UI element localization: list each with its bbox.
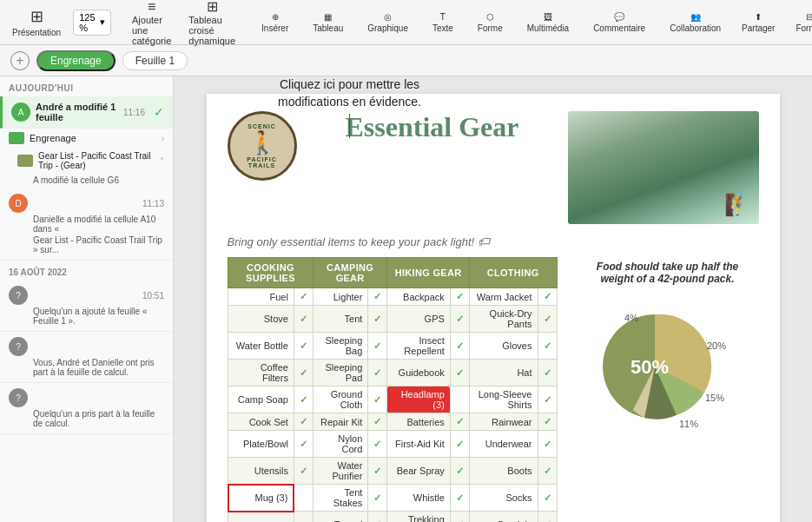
item-cell: Sandals	[469, 512, 538, 523]
tableau-button[interactable]: ▦ Tableau	[307, 9, 348, 36]
item-cell: Warm Jacket	[469, 288, 538, 306]
cell-change-label: A modifié la cellule G6	[0, 174, 173, 188]
table-row: Mug (3)Tent Stakes✓Whistle✓Socks✓	[228, 485, 558, 512]
multimedia-button[interactable]: 🖼 Multimédia	[522, 9, 574, 36]
sheet-icon	[9, 132, 24, 144]
item-cell: Quick-Dry Pants	[469, 306, 538, 333]
add-categorie-button[interactable]: ≡ Ajouter une catégorie	[125, 0, 178, 50]
table-row: Plate/Bowl✓Nylon Cord✓First-Aid Kit✓Unde…	[228, 431, 558, 458]
check-cell: ✓	[538, 306, 557, 333]
check-cell: ✓	[450, 413, 469, 431]
item-cell: Batteries	[387, 413, 450, 431]
item-cell: Stove	[228, 306, 294, 333]
add-categorie-label: Ajouter une catégorie	[132, 15, 171, 46]
main-layout: AUJOURD'HUI A André a modifié 1 feuille …	[0, 76, 812, 522]
item-cell: Socks	[469, 485, 538, 512]
activity-header-2: D 11:13	[9, 194, 164, 213]
date-label-old: 16 AOÛT 2022	[0, 261, 173, 281]
check-cell: ✓	[538, 512, 557, 523]
col-clothing: CLOTHING	[469, 258, 557, 288]
table-row: Utensils✓Water Purifier✓Bear Spray✓Boots…	[228, 458, 558, 485]
check-cell: ✓	[368, 360, 387, 387]
item-cell: Hat	[469, 360, 538, 387]
item-cell: Cook Set	[228, 413, 294, 431]
toolbar-right: 👥 Collaboration ⬆ Partager ⊟ Format ◎ Or…	[664, 9, 812, 36]
commentaire-button[interactable]: 💬 Commentaire	[588, 9, 650, 36]
pie-chart: 50% 20% 15% 11% 4%	[577, 297, 733, 436]
check-cell: ✓	[368, 485, 387, 512]
item-cell: Nylon Cord	[313, 431, 367, 458]
sidebar: AUJOURD'HUI A André a modifié 1 feuille …	[0, 76, 174, 522]
food-note: Food should take up half the weight of a…	[577, 257, 759, 288]
item-cell: Gloves	[469, 333, 538, 360]
activity-desc-4: Vous, André et Danielle ont pris part à …	[33, 358, 164, 377]
item-cell: Sleeping Pad	[313, 360, 367, 387]
sheet-tab-feuille1[interactable]: Feuille 1	[122, 51, 188, 70]
presentation-icon: ⊞	[30, 7, 43, 26]
activity-desc-5: Quelqu'un a pris part à la feuille de ca…	[33, 409, 164, 428]
check-cell: ✓	[538, 360, 557, 387]
check-cell: ✓	[368, 431, 387, 458]
check-cell	[450, 387, 469, 413]
item-cell: Ground Cloth	[313, 387, 367, 413]
check-cell: ✓	[368, 333, 387, 360]
add-sheet-button[interactable]: +	[10, 51, 30, 70]
check-cell: ✓	[368, 458, 387, 485]
avatar-andre: A	[11, 102, 30, 122]
pie-label-11: 11%	[679, 419, 698, 429]
inserer-button[interactable]: ⊕ Insérer	[256, 9, 294, 36]
sidebar-sheet-engrenage[interactable]: Engrenage ›	[0, 129, 173, 148]
check-cell: ✓	[538, 485, 557, 512]
forme-button[interactable]: ⬡ Forme	[472, 9, 508, 36]
graphique-button[interactable]: ◎ Graphique	[362, 9, 413, 36]
table-row: Camp Soap✓Ground Cloth✓Headlamp (3)Long-…	[228, 387, 558, 413]
activity-item-1[interactable]: A André a modifié 1 feuille 11:16 ✓	[0, 96, 173, 129]
check-cell: ✓	[368, 288, 387, 306]
partager-button[interactable]: ⬆ Partager	[736, 9, 780, 36]
sheet-tab-engrenage[interactable]: Engrenage	[36, 50, 116, 71]
texte-icon: T	[440, 12, 446, 22]
activity-time-3: 10:51	[142, 291, 164, 301]
collaboration-button[interactable]: 👥 Collaboration	[664, 9, 726, 36]
presentation-button[interactable]: ⊞ Présentation	[7, 3, 66, 41]
toolbar: ⊞ Présentation 125 % ▾ ≡ Ajouter une cat…	[0, 0, 812, 45]
checkmark-icon: ✓	[154, 105, 164, 119]
texte-button[interactable]: T Texte	[427, 9, 459, 36]
item-cell: Water Purifier	[313, 458, 367, 485]
tableau-croise-icon: ⊞	[188, 0, 235, 15]
activity-header-1: A André a modifié 1 feuille 11:16 ✓	[11, 102, 164, 122]
check-cell: ✓	[450, 431, 469, 458]
sheet-engrenage-label: Engrenage	[30, 133, 76, 143]
tableau-croise-button[interactable]: ⊞ Tableau croisé dynamique	[182, 0, 242, 50]
check-cell: ✓	[538, 458, 557, 485]
check-cell: ✓	[450, 458, 469, 485]
activity-item-2[interactable]: D 11:13 Danielle a modifié la cellule A1…	[0, 188, 173, 261]
activity-item-5[interactable]: ? Quelqu'un a pris part à la feuille de …	[0, 383, 173, 434]
page-left: COOKING SUPPLIES CAMPING GEAR HIKING GEA…	[228, 257, 558, 522]
item-cell: GPS	[387, 306, 450, 333]
zoom-control[interactable]: 125 % ▾	[73, 10, 111, 36]
activity-header-4: ?	[9, 337, 164, 356]
subbar: + Engrenage Feuille 1	[0, 45, 812, 76]
avatar-someone-3: ?	[9, 388, 28, 407]
sidebar-gear-list[interactable]: Gear List - Pacific Coast Trail Trip - (…	[0, 148, 173, 174]
add-cat-icon: ≡	[132, 0, 171, 15]
mountain-background: 🧗	[568, 111, 759, 224]
item-cell: Repair Kit	[313, 413, 367, 431]
check-cell: ✓	[294, 306, 313, 333]
avatar-someone-2: ?	[9, 337, 28, 356]
inserer-icon: ⊕	[272, 12, 279, 22]
format-button[interactable]: ⊟ Format	[790, 9, 812, 36]
collaboration-icon: 👥	[690, 12, 701, 22]
format-icon: ⊟	[806, 12, 812, 22]
activity-item-3[interactable]: ? 10:51 Quelqu'un a ajouté la feuille « …	[0, 281, 173, 332]
gear-photo: 🧗	[568, 111, 759, 224]
item-cell: Trekking Poles	[387, 512, 450, 523]
activity-item-4[interactable]: ? Vous, André et Danielle ont pris part …	[0, 332, 173, 383]
item-cell: Whistle	[387, 485, 450, 512]
item-cell: Mug (3)	[228, 485, 294, 512]
check-cell: ✓	[450, 306, 469, 333]
check-cell: ✓	[450, 485, 469, 512]
check-cell: ✓	[294, 431, 313, 458]
table-row: Trowel✓Trekking Poles✓Sandals✓	[228, 512, 558, 523]
